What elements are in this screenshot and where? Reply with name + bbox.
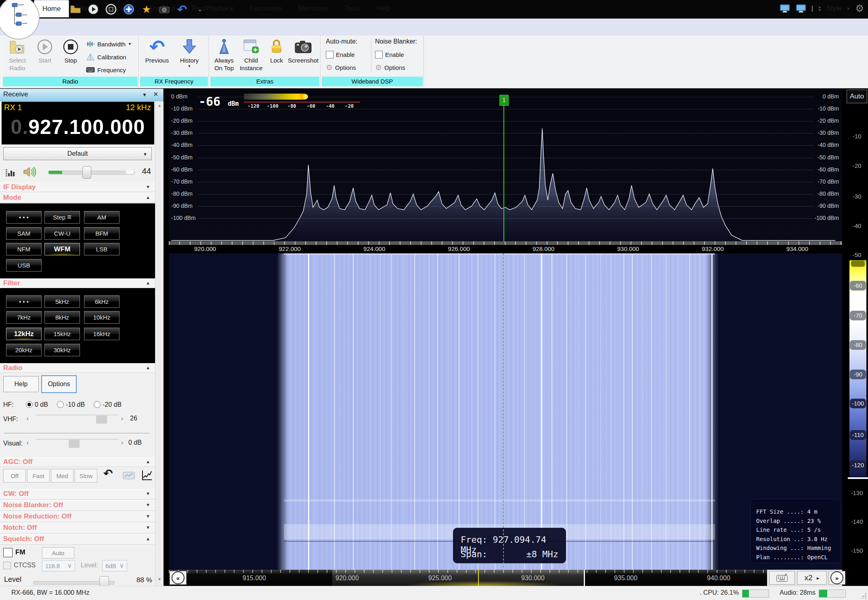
colorbar-top-knob[interactable]	[851, 261, 865, 267]
play-icon[interactable]	[87, 3, 99, 15]
lock-button[interactable]: Lock	[265, 37, 288, 64]
filter-30khz-button[interactable]: 30kHz	[44, 344, 80, 356]
filter-more-button[interactable]: • • •	[6, 295, 42, 308]
mode-cwu-button[interactable]: CW-U	[44, 227, 80, 240]
noise-blanker-options-button[interactable]: ⚙Options	[375, 61, 405, 73]
section-cw[interactable]: CW: Off▼	[0, 489, 155, 500]
profile-dropdown[interactable]: Default ▼	[3, 147, 152, 160]
colorbar-bottom-knob[interactable]	[848, 477, 868, 479]
squelch-auto-button[interactable]: Auto	[42, 547, 74, 558]
filter-15khz-button[interactable]: 15kHz	[44, 328, 80, 340]
visual-right-arrow[interactable]: ›	[121, 439, 123, 446]
filter-6khz-button[interactable]: 6kHz	[84, 295, 120, 308]
filter-7khz-button[interactable]: 7kHz	[6, 311, 42, 324]
add-icon[interactable]	[123, 3, 135, 15]
tab-favourites[interactable]: Favourites	[242, 0, 290, 17]
section-squelch[interactable]: Squelch: Off▲	[0, 534, 155, 545]
auto-mute-options-button[interactable]: ⚙Options	[326, 61, 356, 73]
chevron-down-icon[interactable]: ▼	[146, 184, 150, 189]
hf-minus20db-radio[interactable]	[94, 401, 101, 408]
mode-lsb-button[interactable]: LSB	[84, 243, 120, 255]
waterfall-display[interactable]: Freq: 927.094.74 MHz Span: ±8 MHz FFT Si…	[169, 253, 842, 570]
filter-20khz-button[interactable]: 20kHz	[6, 344, 42, 356]
agc-med-button[interactable]: Med	[51, 469, 73, 483]
frequency-navigator[interactable]: 915.000920.000925.000930.000935.000940.0…	[169, 570, 842, 586]
panel-close-icon[interactable]: ×	[153, 89, 158, 99]
monitor-2-icon[interactable]	[795, 4, 807, 13]
ctcss-level-select[interactable]: 6dB∨	[102, 560, 127, 571]
chevron-down-icon[interactable]: ▼	[146, 502, 150, 507]
chevron-up-icon[interactable]: ▲	[146, 195, 150, 200]
filter-12khz-button[interactable]: 12kHz	[6, 328, 42, 340]
filter-10khz-button[interactable]: 10kHz	[84, 311, 120, 324]
scrollbar-up-icon[interactable]: ▲	[155, 103, 164, 108]
panel-dropdown-icon[interactable]: ▼	[142, 92, 147, 98]
vhf-left-arrow[interactable]: ‹	[27, 415, 29, 422]
scrollbar-down-icon[interactable]: ▼	[155, 577, 164, 581]
bandwidth-button[interactable]: Bandwidth ▼	[86, 38, 132, 50]
screenshot-button[interactable]: Screenshot	[288, 37, 319, 64]
previous-frequency-button[interactable]: ↶ Previous	[143, 37, 172, 64]
section-agc[interactable]: AGC: Off▲	[0, 457, 155, 467]
radio-options-button[interactable]: Options	[41, 375, 77, 393]
filter-8khz-button[interactable]: 8kHz	[44, 311, 80, 324]
section-noise-blanker[interactable]: Noise Blanker: Off▼	[0, 500, 155, 511]
mode-sam-button[interactable]: SAM	[6, 227, 42, 240]
stop-button[interactable]: Stop	[58, 37, 84, 64]
ctcss-tone-select[interactable]: 118.8∨	[42, 560, 75, 571]
tab-help[interactable]: Help	[368, 0, 398, 17]
chevron-down-icon[interactable]: ▼	[146, 514, 150, 518]
always-on-top-button[interactable]: AlwaysOn Top	[211, 37, 237, 72]
section-filter[interactable]: Filter▲	[0, 278, 155, 288]
spectrum-display[interactable]: -66 dBm -120-100-80-60-40-20 1 0 dBm0 dB…	[169, 89, 842, 241]
agc-slow-button[interactable]: Slow	[75, 469, 97, 483]
frequency-button[interactable]: Frequency	[86, 64, 126, 76]
section-notch[interactable]: Notch: Off▼	[0, 523, 155, 533]
mode-bfm-button[interactable]: BFM	[84, 227, 120, 240]
ctcss-checkbox[interactable]	[3, 562, 11, 569]
folder-icon[interactable]	[69, 3, 82, 15]
app-logo[interactable]	[0, 0, 40, 40]
stop-icon[interactable]	[105, 3, 117, 15]
toolbar-dropdown-icon[interactable]: ⌄	[194, 3, 206, 15]
mode-nfm-button[interactable]: NFM	[6, 243, 42, 255]
volume-slider-thumb[interactable]	[82, 166, 91, 179]
navigate-right-button[interactable]: »	[828, 571, 845, 585]
radio-help-button[interactable]: Help	[3, 376, 39, 392]
vhf-slider-thumb[interactable]	[96, 416, 107, 424]
chevron-down-icon[interactable]: ▼	[146, 525, 150, 530]
tab-memories[interactable]: Memories	[290, 0, 336, 17]
speaker-icon[interactable]	[23, 166, 37, 178]
start-button[interactable]: Start	[32, 37, 58, 64]
section-radio[interactable]: Radio▲	[0, 363, 155, 373]
visual-slider-thumb[interactable]	[69, 440, 80, 448]
filter-5khz-button[interactable]: 5kHz	[44, 295, 80, 308]
mode-step-button[interactable]: Step ≡	[44, 211, 80, 224]
chevron-down-icon[interactable]: ▼	[146, 491, 150, 496]
agc-graph-icon[interactable]	[141, 470, 153, 481]
mode-wfm-button[interactable]: WFM	[44, 243, 80, 255]
navigate-left-button[interactable]: «	[170, 571, 187, 585]
tab-tools[interactable]: Tools	[336, 0, 369, 17]
mode-am-button[interactable]: AM	[84, 211, 120, 224]
camera-icon[interactable]	[158, 3, 170, 15]
calibration-button[interactable]: Calibration	[86, 51, 126, 63]
filter-16khz-button[interactable]: 16kHz	[84, 328, 120, 340]
chevron-up-icon[interactable]: ▲	[146, 459, 150, 464]
mode-usb-button[interactable]: USB	[6, 259, 42, 272]
waterfall-intensity-scale[interactable]: Auto -10-20-30-40-50 -60-70-80-90-100-11…	[846, 89, 868, 586]
monitor-1-icon[interactable]	[779, 4, 790, 13]
zoom-x2-button[interactable]: x2 ▸	[797, 571, 827, 585]
vhf-slider[interactable]	[36, 415, 118, 424]
agc-off-button[interactable]: Off	[3, 469, 26, 483]
agc-fast-button[interactable]: Fast	[27, 469, 50, 483]
settings-gear-icon[interactable]: ⚙	[855, 3, 864, 14]
chevron-up-icon[interactable]: ▲	[146, 365, 150, 370]
undo-icon[interactable]: ↶	[176, 3, 188, 15]
hf-0db-radio[interactable]	[26, 401, 33, 408]
auto-scale-button[interactable]: Auto	[847, 90, 867, 103]
home-icon[interactable]: ⌂	[52, 3, 64, 15]
vhf-right-arrow[interactable]: ›	[121, 415, 123, 422]
visual-left-arrow[interactable]: ‹	[27, 439, 29, 446]
frequency-display[interactable]: RX 1 12 kHz 0.927.100.000	[2, 102, 154, 144]
